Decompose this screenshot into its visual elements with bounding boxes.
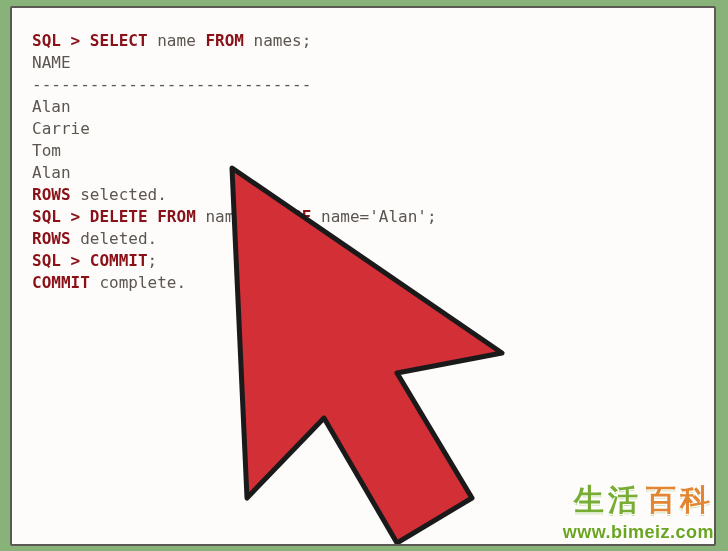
token: Carrie (32, 119, 90, 138)
token: FROM (157, 207, 205, 226)
token: FROM (205, 31, 253, 50)
watermark-url: www.bimeiz.com (563, 522, 714, 543)
token: deleted. (80, 229, 157, 248)
watermark-cn-accent: 百科 (646, 480, 714, 521)
terminal-line: SQL > DELETE FROM names WHERE name='Alan… (32, 206, 694, 228)
token: Tom (32, 141, 61, 160)
token: COMMIT (90, 251, 148, 270)
token: DELETE (90, 207, 157, 226)
token: NAME (32, 53, 71, 72)
outer-frame: SQL > SELECT name FROM names;NAME-------… (0, 0, 728, 551)
token: selected. (80, 185, 167, 204)
token: SQL (32, 251, 71, 270)
token: complete. (99, 273, 186, 292)
terminal-line: Alan (32, 96, 694, 118)
terminal-output: SQL > SELECT name FROM names;NAME-------… (32, 30, 694, 294)
token: Alan (32, 97, 71, 116)
token: names; (254, 31, 312, 50)
token: > (71, 251, 90, 270)
token: name (157, 31, 205, 50)
terminal-line: Carrie (32, 118, 694, 140)
terminal-line: Alan (32, 162, 694, 184)
terminal-line: NAME (32, 52, 694, 74)
token: > (71, 31, 90, 50)
terminal-line: SQL > SELECT name FROM names; (32, 30, 694, 52)
token: ; (427, 207, 437, 226)
token: ----------------------------- (32, 75, 311, 94)
token: name= (321, 207, 369, 226)
terminal-line: COMMIT complete. (32, 272, 694, 294)
terminal-line: Tom (32, 140, 694, 162)
token: COMMIT (32, 273, 99, 292)
token: SQL (32, 31, 71, 50)
terminal-line: ROWS selected. (32, 184, 694, 206)
token: SQL (32, 207, 71, 226)
token: ROWS (32, 185, 80, 204)
token: names (205, 207, 263, 226)
terminal-line: ----------------------------- (32, 74, 694, 96)
token: ; (148, 251, 158, 270)
terminal-line: ROWS deleted. (32, 228, 694, 250)
token: 'Alan' (369, 207, 427, 226)
terminal-panel: SQL > SELECT name FROM names;NAME-------… (10, 6, 716, 546)
token: SELECT (90, 31, 157, 50)
token: WHERE (263, 207, 321, 226)
token: > (71, 207, 90, 226)
watermark-text-cn: 生活 百科 (574, 480, 714, 521)
watermark-cn-main: 生活 (574, 480, 642, 521)
terminal-line: SQL > COMMIT; (32, 250, 694, 272)
token: ROWS (32, 229, 80, 248)
token: Alan (32, 163, 71, 182)
